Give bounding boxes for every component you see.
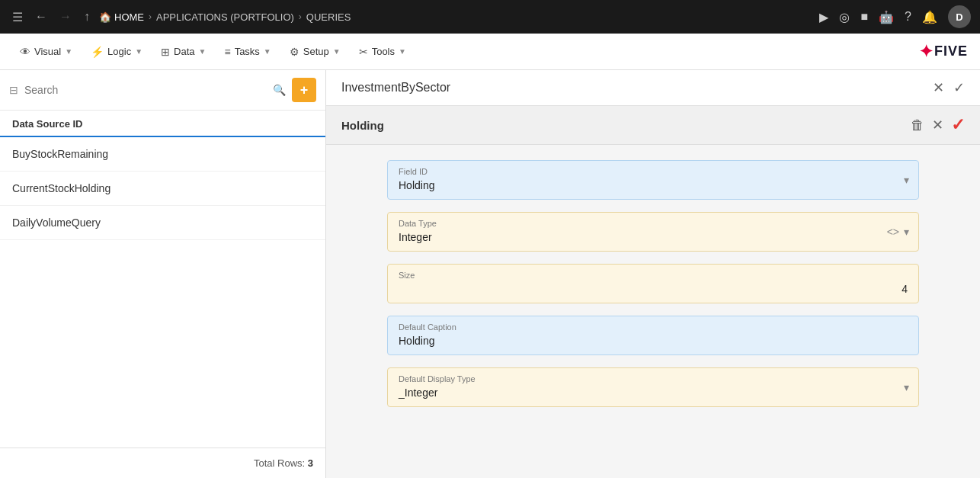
delete-icon[interactable]: 🗑 bbox=[911, 117, 924, 133]
five-logo: ✦ FIVE bbox=[919, 42, 968, 62]
search-icon[interactable]: 🔍 bbox=[273, 84, 286, 96]
default-display-type-value[interactable]: _Integer bbox=[399, 387, 908, 399]
data-type-value[interactable]: Integer bbox=[399, 231, 908, 243]
total-rows-count: 3 bbox=[308, 457, 313, 469]
sidebar-footer: Total Rows: 3 bbox=[0, 448, 325, 478]
data-dropdown-arrow: ▼ bbox=[199, 47, 207, 56]
menu-label-data: Data bbox=[174, 46, 194, 57]
stop-icon[interactable]: ■ bbox=[860, 10, 868, 24]
data-type-icons: <> ▾ bbox=[887, 226, 909, 238]
menu-item-tools[interactable]: ✂ Tools ▼ bbox=[351, 41, 414, 63]
add-button[interactable]: + bbox=[292, 78, 316, 102]
home-icon: 🏠 bbox=[99, 11, 111, 23]
panel-confirm-icon[interactable]: ✓ bbox=[953, 79, 965, 96]
top-nav-right: ▶ ◎ ■ 🤖 ? 🔔 D bbox=[819, 5, 971, 28]
panel-title: InvestmentBySector bbox=[341, 81, 933, 95]
panel-header: InvestmentBySector ✕ ✓ bbox=[326, 70, 980, 106]
section-title: Holding bbox=[341, 119, 911, 132]
robot-icon[interactable]: 🤖 bbox=[879, 10, 894, 24]
menu-item-logic[interactable]: ⚡ Logic ▼ bbox=[83, 41, 150, 63]
default-caption-value[interactable]: Holding bbox=[399, 335, 908, 347]
menu-label-visual: Visual bbox=[34, 46, 61, 57]
up-icon[interactable]: ↑ bbox=[81, 7, 93, 27]
form-area: Field ID Holding ▾ Data Type Integer <> … bbox=[326, 145, 980, 422]
tools-icon: ✂ bbox=[359, 46, 368, 58]
default-display-type-dropdown-icon[interactable]: ▾ bbox=[904, 381, 909, 393]
menu-bar: 👁 Visual ▼ ⚡ Logic ▼ ⊞ Data ▼ ≡ Tasks ▼ … bbox=[0, 34, 980, 70]
tasks-dropdown-arrow: ▼ bbox=[264, 47, 271, 56]
visual-dropdown-arrow: ▼ bbox=[65, 47, 72, 56]
section-actions: 🗑 ✕ ✓ bbox=[911, 115, 965, 135]
logic-dropdown-arrow: ▼ bbox=[135, 47, 143, 56]
sidebar: ⊟ 🔍 + Data Source ID BuyStockRemaining C… bbox=[0, 70, 326, 478]
top-navigation: ☰ ← → ↑ 🏠 HOME › APPLICATIONS (PORTFOLIO… bbox=[0, 0, 980, 34]
setup-icon: ⚙ bbox=[290, 46, 299, 58]
avatar[interactable]: D bbox=[948, 5, 971, 28]
filter-icon: ⊟ bbox=[9, 84, 18, 96]
menu-label-tools: Tools bbox=[372, 46, 395, 57]
confirm-arrow-icon[interactable]: ✓ bbox=[951, 115, 965, 135]
default-caption-label: Default Caption bbox=[399, 322, 908, 332]
field-id-value[interactable]: Holding bbox=[399, 179, 908, 191]
menu-item-setup[interactable]: ⚙ Setup ▼ bbox=[282, 41, 348, 63]
play-icon[interactable]: ▶ bbox=[819, 10, 828, 24]
menu-label-logic: Logic bbox=[107, 46, 131, 57]
size-value[interactable]: 4 bbox=[399, 283, 908, 295]
panel-header-actions: ✕ ✓ bbox=[933, 79, 965, 96]
size-label: Size bbox=[399, 271, 908, 280]
breadcrumb: 🏠 HOME › APPLICATIONS (PORTFOLIO) › QUER… bbox=[99, 11, 813, 23]
panel-close-icon[interactable]: ✕ bbox=[933, 79, 944, 96]
sidebar-item-buy-stock[interactable]: BuyStockRemaining bbox=[0, 137, 325, 172]
sidebar-item-daily-volume[interactable]: DailyVolumeQuery bbox=[0, 206, 325, 240]
field-id-field: Field ID Holding ▾ bbox=[387, 160, 919, 200]
breadcrumb-arrow-1: › bbox=[149, 11, 152, 22]
preview-icon[interactable]: ◎ bbox=[839, 10, 850, 24]
tools-dropdown-arrow: ▼ bbox=[399, 47, 406, 56]
default-caption-field: Default Caption Holding bbox=[387, 316, 919, 355]
sidebar-item-current-stock[interactable]: CurrentStockHolding bbox=[0, 172, 325, 206]
back-icon[interactable]: ← bbox=[32, 7, 50, 27]
menu-label-setup: Setup bbox=[303, 46, 329, 57]
sidebar-list: BuyStockRemaining CurrentStockHolding Da… bbox=[0, 137, 325, 448]
queries-breadcrumb[interactable]: QUERIES bbox=[306, 11, 351, 23]
code-icon[interactable]: <> bbox=[887, 226, 899, 238]
field-id-dropdown-icon[interactable]: ▾ bbox=[904, 174, 909, 186]
size-field: Size 4 bbox=[387, 264, 919, 303]
section-close-icon[interactable]: ✕ bbox=[932, 117, 943, 133]
sidebar-header: Data Source ID bbox=[0, 111, 325, 137]
forward-icon[interactable]: → bbox=[56, 7, 75, 27]
sidebar-search-bar: ⊟ 🔍 + bbox=[0, 70, 325, 111]
notification-icon[interactable]: 🔔 bbox=[922, 10, 937, 24]
applications-breadcrumb[interactable]: APPLICATIONS (PORTFOLIO) bbox=[156, 11, 294, 23]
menu-item-visual[interactable]: 👁 Visual ▼ bbox=[12, 41, 80, 63]
tasks-icon: ≡ bbox=[224, 46, 230, 58]
logic-icon: ⚡ bbox=[91, 46, 104, 58]
default-display-type-label: Default Display Type bbox=[399, 374, 908, 383]
home-breadcrumb[interactable]: 🏠 HOME bbox=[99, 11, 144, 23]
help-icon[interactable]: ? bbox=[905, 10, 911, 24]
data-type-field: Data Type Integer <> ▾ bbox=[387, 212, 919, 252]
data-icon: ⊞ bbox=[161, 46, 170, 58]
data-type-label: Data Type bbox=[399, 219, 908, 228]
breadcrumb-arrow-2: › bbox=[299, 11, 302, 22]
hamburger-icon[interactable]: ☰ bbox=[9, 7, 26, 27]
search-input[interactable] bbox=[24, 84, 267, 96]
right-panel: InvestmentBySector ✕ ✓ Holding 🗑 ✕ ✓ Fie… bbox=[326, 70, 980, 478]
five-logo-text: FIVE bbox=[934, 43, 968, 59]
menu-label-tasks: Tasks bbox=[235, 46, 260, 57]
data-type-dropdown-icon[interactable]: ▾ bbox=[904, 226, 909, 238]
section-header: Holding 🗑 ✕ ✓ bbox=[326, 106, 980, 145]
menu-item-data[interactable]: ⊞ Data ▼ bbox=[153, 41, 213, 63]
default-display-type-field: Default Display Type _Integer ▾ bbox=[387, 367, 919, 407]
five-logo-icon: ✦ bbox=[919, 42, 933, 62]
field-id-label: Field ID bbox=[399, 167, 908, 176]
main-container: ⊟ 🔍 + Data Source ID BuyStockRemaining C… bbox=[0, 70, 980, 478]
setup-dropdown-arrow: ▼ bbox=[333, 47, 341, 56]
menu-item-tasks[interactable]: ≡ Tasks ▼ bbox=[216, 41, 278, 63]
eye-icon: 👁 bbox=[20, 46, 30, 58]
